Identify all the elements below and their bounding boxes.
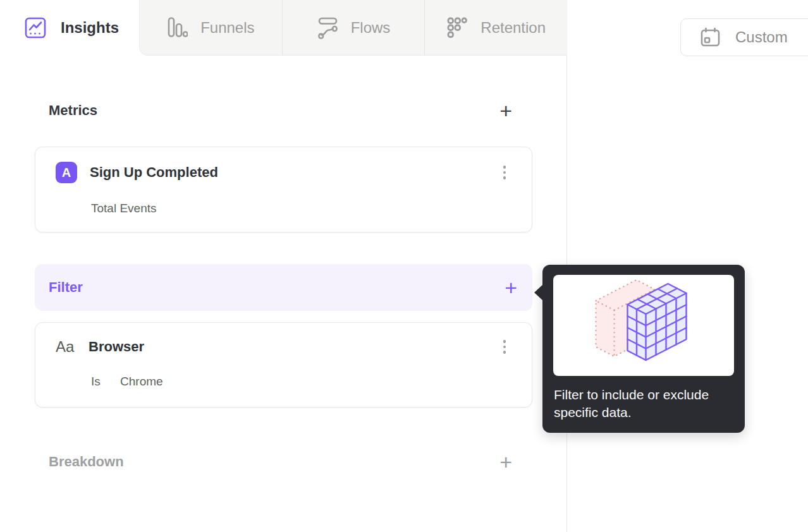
funnel-bars-icon	[167, 16, 188, 39]
tab-retention-label: Retention	[481, 19, 546, 37]
breakdown-heading: Breakdown	[49, 454, 124, 470]
line-chart-icon	[24, 16, 47, 39]
app-window: Insights Funnels	[0, 0, 808, 532]
metric-subtitle[interactable]: Total Events	[91, 202, 532, 215]
flow-wave-icon	[317, 16, 338, 39]
tooltip-arrow	[534, 284, 543, 301]
filter-heading: Filter	[49, 279, 83, 296]
filter-cube-illustration	[553, 275, 734, 376]
metric-card[interactable]: A Sign Up Completed Total Events	[35, 147, 532, 233]
tab-insights[interactable]: Insights	[0, 0, 139, 56]
tab-retention[interactable]: Retention	[424, 0, 567, 55]
filter-operator[interactable]: Is	[91, 375, 101, 388]
filter-card[interactable]: Aa Browser Is Chrome	[35, 322, 532, 408]
add-breakdown-button[interactable]: +	[499, 451, 512, 473]
add-filter-button[interactable]: +	[505, 277, 517, 298]
date-range-label: Custom	[735, 28, 788, 46]
metric-card-row: A Sign Up Completed	[35, 147, 532, 183]
calendar-icon	[699, 27, 721, 48]
tab-funnels-label: Funnels	[200, 19, 254, 37]
tab-flows-label: Flows	[351, 19, 391, 37]
report-type-tabbar: Insights Funnels	[0, 0, 567, 56]
filter-property-title: Browser	[89, 339, 144, 355]
add-metric-button[interactable]: +	[499, 100, 512, 121]
tab-funnels[interactable]: Funnels	[140, 0, 282, 55]
metrics-heading: Metrics	[49, 102, 97, 119]
inactive-tab-group: Funnels Flows	[139, 0, 567, 56]
metric-badge: A	[56, 162, 77, 183]
metrics-section-header: Metrics +	[49, 100, 512, 121]
breakdown-section-header: Breakdown +	[49, 451, 512, 473]
dots-grid-icon	[446, 16, 468, 39]
tooltip-text: Filter to include or exclude specific da…	[554, 386, 712, 421]
filter-value[interactable]: Chrome	[120, 375, 163, 388]
tab-insights-label: Insights	[61, 19, 119, 37]
date-range-custom-button[interactable]: Custom	[680, 18, 808, 56]
tab-flows[interactable]: Flows	[282, 0, 425, 55]
text-property-icon: Aa	[56, 338, 78, 356]
filter-tooltip: Filter to include or exclude specific da…	[542, 265, 745, 433]
filter-card-row: Aa Browser	[35, 323, 532, 356]
metric-kebab-menu-icon[interactable]	[501, 163, 508, 182]
filter-condition[interactable]: Is Chrome	[91, 375, 532, 389]
metric-title: Sign Up Completed	[90, 164, 218, 181]
filter-section-row[interactable]: Filter +	[35, 264, 532, 311]
filter-kebab-menu-icon[interactable]	[501, 337, 508, 356]
